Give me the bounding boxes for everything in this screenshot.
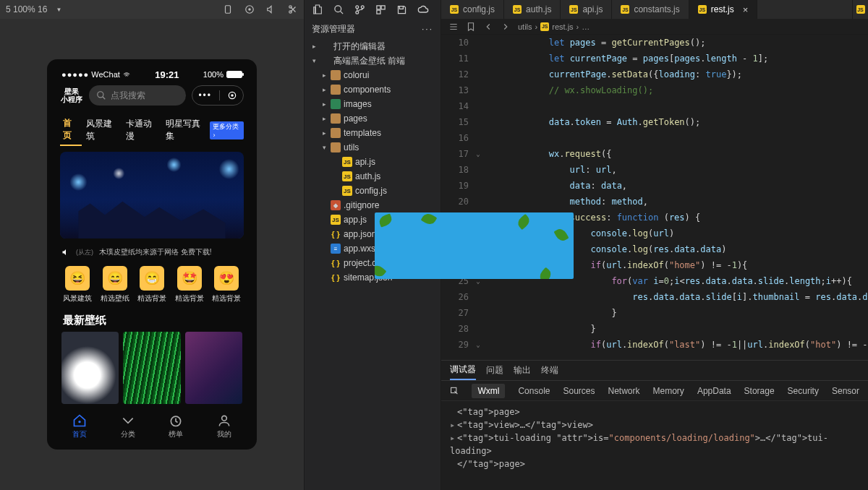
crumb-file[interactable]: rest.js (552, 22, 573, 31)
phone-status-bar: ●●●●● WeChat 19:21 100% (56, 68, 248, 81)
devtool-tab[interactable]: Network (608, 386, 640, 396)
back-icon[interactable] (483, 22, 493, 32)
editor-tabs: JSconfig.jsJSauth.jsJSapi.jsJSconstants.… (441, 0, 868, 19)
cloud-icon[interactable] (417, 4, 429, 15)
tree-item[interactable]: ▸images (305, 97, 441, 111)
devtool-tab[interactable]: Console (518, 386, 550, 396)
code-editor[interactable]: 10111213141516171819202526272829 ⌄⌄⌄ let… (441, 35, 868, 360)
devtool-tab[interactable]: Wxml (472, 384, 505, 398)
editor-tab[interactable]: JSconstants.js (612, 0, 689, 19)
app-logo: 壁果小程序 (60, 87, 83, 103)
device-icon[interactable] (223, 4, 233, 14)
nav-item[interactable]: 首页 (60, 114, 82, 146)
save-icon[interactable] (396, 4, 407, 15)
grid-item[interactable]: 😄精选壁纸 (101, 266, 129, 304)
editor-tab[interactable]: JSapi.js (561, 0, 612, 19)
category-grid: 😆风景建筑😄精选壁纸😁精选背景🤩精选背景😍精选背景 (56, 260, 248, 309)
svg-point-10 (221, 416, 226, 421)
nav-item[interactable]: 明星写真集 (163, 115, 209, 145)
more-icon[interactable]: ••• (198, 90, 212, 100)
time-label: 19:21 (155, 69, 179, 80)
tree-item[interactable]: ▸colorui (305, 68, 441, 82)
panel-tab[interactable]: 问题 (486, 361, 503, 379)
tree-item[interactable]: JSapi.js (305, 155, 441, 169)
tree-item[interactable]: { }project.config.json (305, 256, 441, 270)
more-icon[interactable]: ··· (422, 24, 433, 34)
tree-item[interactable]: { }sitemap.json (305, 270, 441, 285)
tabbar-item[interactable]: 分类 (120, 413, 136, 439)
devtool-tab[interactable]: Sources (563, 386, 595, 396)
nav-item[interactable]: 卡通动漫 (123, 115, 161, 145)
wxml-output[interactable]: <"tag">page>▸<"tag">view>…</"tag">view>▸… (441, 401, 868, 490)
svg-point-11 (335, 5, 341, 12)
capsule-menu[interactable]: ••• (192, 85, 244, 106)
crumb-folder[interactable]: utils (518, 22, 532, 31)
devtool-tab[interactable]: Memory (653, 386, 684, 396)
speaker-icon (61, 248, 70, 257)
grid-item[interactable]: 😁精选背景 (137, 266, 166, 304)
target-icon[interactable] (227, 90, 237, 100)
svg-point-7 (231, 94, 234, 97)
tree-item[interactable]: ▸components (305, 82, 441, 97)
tree-item[interactable]: JSapp.js (305, 212, 441, 227)
phone-header: 壁果小程序 点我搜索 ••• (56, 81, 248, 110)
sim-topbar: 5 100% 16▼ (0, 0, 304, 19)
svg-rect-17 (377, 10, 380, 14)
close-icon[interactable]: × (743, 4, 749, 15)
tabbar-item[interactable]: 我的 (216, 413, 232, 439)
list-icon[interactable] (448, 22, 459, 32)
category-nav: 首页风景建筑卡通动漫明星写真集更多分类 › (56, 110, 248, 146)
grid-item[interactable]: 😆风景建筑 (63, 266, 92, 304)
overflow-tab-icon[interactable]: JS (852, 0, 868, 19)
wallpaper-thumb[interactable] (185, 332, 242, 404)
search-input[interactable]: 点我搜索 (89, 85, 186, 106)
debug-panel: 调试器问题输出终端 WxmlConsoleSourcesNetworkMemor… (441, 360, 868, 490)
panel-tab[interactable]: 输出 (514, 361, 531, 379)
files-icon[interactable] (312, 4, 323, 15)
panel-tab[interactable]: 终端 (541, 361, 558, 379)
editor-tab[interactable]: JSauth.js (504, 0, 561, 19)
tree-item[interactable]: { }app.json (305, 227, 441, 241)
tree-item[interactable]: ▾高端黑金壁纸 前端 (305, 53, 441, 68)
tabbar-item[interactable]: 榜单 (168, 413, 184, 439)
cut-icon[interactable] (288, 4, 298, 14)
tabbar-item[interactable]: 首页 (72, 413, 88, 439)
svg-rect-0 (226, 6, 231, 14)
nav-item[interactable]: 风景建筑 (83, 115, 122, 145)
tree-item[interactable]: JSconfig.js (305, 184, 441, 198)
zoom-label[interactable]: 5 100% 16 (6, 4, 47, 14)
nav-more[interactable]: 更多分类 › (210, 121, 244, 139)
panel-tab[interactable]: 调试器 (450, 361, 476, 380)
tree-item[interactable]: ◆.gitignore (305, 198, 441, 212)
record-icon[interactable] (244, 4, 255, 14)
editor-tab[interactable]: JSrest.js× (689, 0, 758, 19)
tree-item[interactable]: JSauth.js (305, 169, 441, 184)
extensions-icon[interactable] (375, 4, 386, 15)
explorer-actions (305, 0, 441, 19)
hero-slide[interactable] (60, 152, 244, 238)
devtool-tab[interactable]: Sensor (832, 386, 859, 396)
editor-tab[interactable]: JSconfig.js (441, 0, 504, 19)
panel-top-tabs: 调试器问题输出终端 (441, 361, 868, 381)
section-title: 最新壁纸 (56, 309, 248, 332)
tree-item[interactable]: ▸打开的编辑器 (305, 39, 441, 53)
bookmark-icon[interactable] (466, 22, 476, 32)
wallpaper-thumb[interactable] (123, 332, 180, 404)
devtool-tab[interactable]: AppData (697, 386, 731, 396)
tree-item[interactable]: ≡app.wxss (305, 241, 441, 256)
wallpaper-thumb[interactable] (61, 332, 119, 404)
tree-item[interactable]: ▸templates (305, 126, 441, 140)
scroll-notice: (从左) 木璞皮壁纸均来源于网络 免费下载! (61, 247, 242, 257)
grid-item[interactable]: 😍精选背景 (212, 266, 241, 304)
grid-item[interactable]: 🤩精选背景 (175, 266, 204, 304)
devtool-tab[interactable]: Security (788, 386, 819, 396)
tree-item[interactable]: ▸pages (305, 111, 441, 126)
inspect-icon[interactable] (450, 386, 459, 396)
tree-item[interactable]: ▾utils (305, 140, 441, 155)
branch-icon[interactable] (354, 4, 365, 15)
mute-icon[interactable] (266, 4, 276, 14)
devtool-tab[interactable]: Storage (744, 386, 775, 396)
forward-icon[interactable] (501, 22, 511, 32)
search-icon[interactable] (333, 4, 344, 15)
svg-rect-16 (381, 5, 385, 9)
